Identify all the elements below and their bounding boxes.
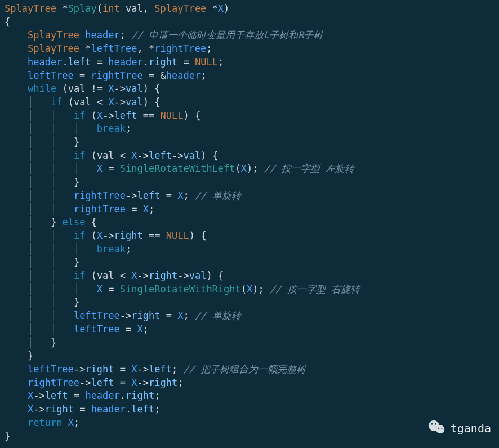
fn-rotate-right: SingleRotateWithRight <box>120 283 241 295</box>
comment-rotL: // 按一字型 左旋转 <box>264 163 354 174</box>
fn-rotate-left: SingleRotateWithLeft <box>120 163 235 174</box>
comment-merge: // 把子树组合为一颗完整树 <box>183 363 306 375</box>
comment-single: // 单旋转 <box>195 190 241 201</box>
code-block: SplayTree *Splay(int val, SplayTree *X) … <box>0 0 499 445</box>
svg-point-1 <box>436 425 444 434</box>
watermark: tganda <box>427 418 491 440</box>
comment-alloc: // 申请一个临时变量用于存放L子树和R子树 <box>131 29 323 41</box>
type-keyword: SplayTree <box>5 3 56 14</box>
fn-splay: Splay <box>68 3 97 14</box>
svg-point-2 <box>431 423 433 425</box>
svg-point-4 <box>438 428 439 429</box>
watermark-text: tganda <box>451 422 491 436</box>
svg-point-5 <box>441 428 442 429</box>
svg-point-3 <box>435 423 436 425</box>
comment-rotR: // 按一字型 右旋转 <box>270 283 360 295</box>
wechat-icon <box>427 418 446 440</box>
